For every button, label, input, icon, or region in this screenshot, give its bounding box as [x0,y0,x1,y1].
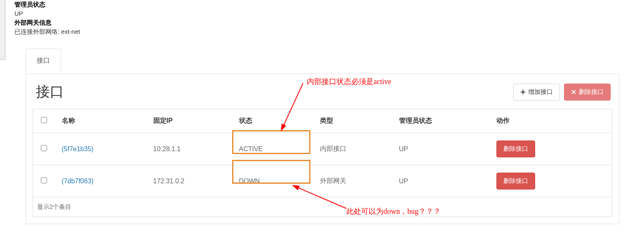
router-info-block: 管理员状态 UP 外部网关信息 已连接外部网络: ext-net [0,0,644,36]
tab-interfaces[interactable]: 接口 [26,49,61,73]
header-status: 状态 [233,109,313,133]
ext-gateway-label: 外部网关信息 [14,18,644,27]
tab-strip: 接口 [26,49,619,74]
cell-ip: 172.31.0.2 [147,165,233,197]
cell-admin: UP [393,133,490,165]
delete-row-button[interactable]: 删除接口 [496,173,535,190]
cell-status: DOWN [233,165,313,197]
scroll-track-stub [0,0,5,60]
annotation-bottom: 此处可以为down，bug？？？ [346,206,441,216]
add-button-label: 增加接口 [528,88,553,96]
interfaces-table: 名称 固定IP 状态 类型 管理员状态 动作 (5f7e1b35) 10.28.… [33,109,612,197]
plus-icon [520,89,526,95]
tab-label: 接口 [37,57,50,64]
interfaces-panel: 接口 接口 增加接口 删除接口 [26,49,619,224]
header-action: 动作 [490,109,612,133]
table-row: (7db7f063) 172.31.0.2 DOWN 外部网关 UP 删除接口 [33,165,612,197]
header-name: 名称 [55,109,147,133]
admin-status-label: 管理员状态 [14,0,644,9]
table-header-row: 名称 固定IP 状态 类型 管理员状态 动作 [33,109,612,133]
delete-row-label: 删除接口 [503,145,528,153]
select-all-checkbox[interactable] [41,117,47,123]
header-fixed-ip: 固定IP [147,109,233,133]
table-footer-count: 显示2个条目 [33,197,612,217]
table-row: (5f7e1b35) 10.28.1.1 ACTIVE 内部接口 UP 删除接口 [33,133,612,165]
page-action-buttons: 增加接口 删除接口 [513,84,611,101]
cell-type: 内部接口 [313,133,393,165]
interface-name-link[interactable]: (7db7f063) [62,178,94,185]
row-checkbox[interactable] [41,177,47,183]
header-type: 类型 [313,109,393,133]
page-title: 接口 [34,82,64,101]
ext-gateway-value: 已连接外部网络: ext-net [14,27,644,36]
header-checkbox-col [33,109,55,133]
interface-name-link[interactable]: (5f7e1b35) [62,145,94,152]
close-icon [571,89,576,95]
cell-status: ACTIVE [233,133,313,165]
add-interface-button[interactable]: 增加接口 [513,84,560,101]
row-checkbox[interactable] [41,145,47,151]
header-admin-state: 管理员状态 [393,109,490,133]
cell-type: 外部网关 [313,165,393,197]
delete-interfaces-button[interactable]: 删除接口 [564,84,611,101]
cell-admin: UP [393,165,490,197]
admin-status-value: UP [14,9,644,18]
annotation-top: 内部接口状态必须是active [307,77,391,87]
delete-row-button[interactable]: 删除接口 [496,140,535,157]
delete-row-label: 删除接口 [503,177,528,185]
delete-button-label: 删除接口 [579,88,604,96]
tab-content: 接口 增加接口 删除接口 [26,74,619,224]
cell-ip: 10.28.1.1 [147,133,233,165]
